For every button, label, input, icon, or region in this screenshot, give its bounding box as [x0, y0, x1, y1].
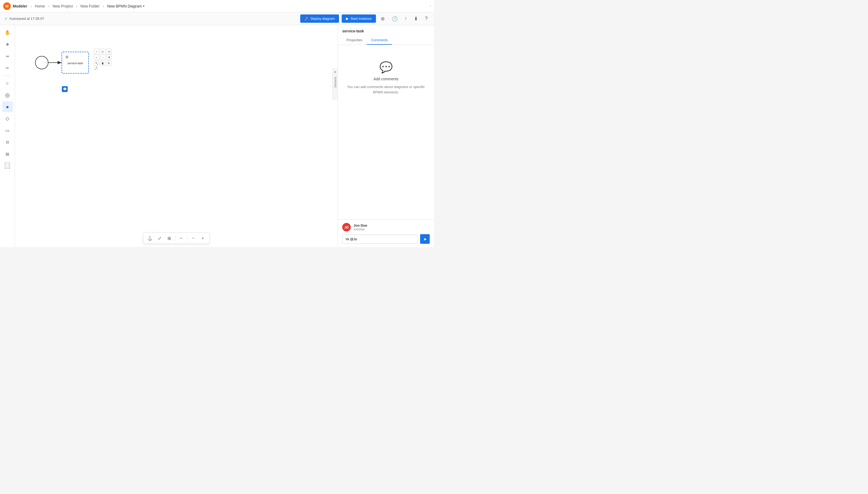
ctx-delete-btn[interactable]: 🗑 [100, 60, 105, 66]
ctx-event2-btn[interactable]: ○ [94, 55, 99, 60]
comment-icon: 💬 [63, 87, 67, 91]
history-button[interactable]: 🕐 [390, 15, 400, 23]
user-avatar: JD [342, 223, 351, 231]
user-handle: JonDoe [353, 227, 367, 231]
bottom-toolbar: ⚓ ⤢ ⊞ ↔ − + [143, 232, 210, 244]
circle-icon: ○ [6, 80, 9, 86]
zoom-out-btn[interactable]: − [189, 234, 197, 243]
download-button[interactable]: ⬇ [412, 15, 420, 23]
share-button[interactable]: ↑ [402, 15, 409, 22]
fit-btn[interactable]: ↔ [177, 234, 186, 243]
zoom-in-btn[interactable]: + [198, 234, 207, 243]
ctx-gateway-btn[interactable]: ◇ [100, 49, 105, 54]
download-icon: ⬇ [414, 16, 418, 22]
right-panel: service-task Properties Comments 💬 Add c… [338, 25, 434, 247]
grid-btn[interactable]: ⊞ [165, 234, 173, 243]
comments-body: 💬 Add comments You can add comments abou… [338, 45, 434, 220]
lasso-icon: ⬚ [5, 163, 10, 169]
ctx-wrench-btn[interactable]: 🔧 [94, 60, 99, 66]
move-tool-button[interactable]: ✥ [2, 39, 13, 50]
end-event-button[interactable]: ● [2, 101, 13, 112]
cluster-icon-button[interactable]: ⊛ [379, 15, 387, 23]
rect-icon: ▭ [5, 128, 9, 133]
empty-comments: 💬 Add comments You can add comments abou… [342, 50, 430, 106]
left-toolbar: ✋ ✥ ⇔ ✏ ○ ◎ ● ◇ ▭ ⊟ ▤ [0, 25, 15, 247]
breadcrumb-sep-1: › [31, 4, 32, 8]
toolbar-divider-1 [3, 75, 12, 76]
chevron-down-icon[interactable]: ▾ [143, 4, 144, 8]
svg-text:service-task: service-task [67, 61, 83, 65]
ctx-reuse-btn[interactable]: ↻ [106, 60, 112, 66]
task-button[interactable]: ▭ [2, 125, 13, 136]
check-icon: ✓ [4, 16, 8, 21]
main-area: ✋ ✥ ⇔ ✏ ○ ◎ ● ◇ ▭ ⊟ ▤ [0, 25, 434, 247]
send-comment-button[interactable]: ➤ [420, 234, 430, 244]
history-icon: 🕐 [392, 16, 398, 22]
breadcrumb-sep-4: › [103, 4, 104, 8]
user-name: Jon Doe [353, 224, 367, 227]
tab-properties[interactable]: Properties [342, 36, 367, 45]
tab-comments[interactable]: Comments [367, 36, 392, 45]
breadcrumb-sep-3: › [76, 4, 77, 8]
send-icon: ➤ [423, 236, 427, 242]
comment-anchor-badge[interactable]: 💬 [62, 86, 68, 92]
comment-input-area: JD Jon Doe JonDoe ➤ [338, 220, 434, 247]
breadcrumb-project[interactable]: New Project [53, 4, 73, 8]
breadcrumb-folder[interactable]: New Folder [80, 4, 100, 8]
bottom-divider [175, 235, 175, 241]
deploy-diagram-button[interactable]: 🚀 Deploy diagram [300, 15, 339, 23]
double-circle-icon: ◎ [5, 92, 9, 98]
element-title: service-task [342, 29, 430, 33]
comment-bubble-icon: 💬 [380, 61, 393, 74]
intermediate-event-button[interactable]: ◎ [2, 90, 13, 100]
lasso-button[interactable]: ⬚ [2, 160, 13, 171]
subprocess-button[interactable]: ⊟ [2, 137, 13, 148]
breadcrumb-current: New BPMN Diagram ▾ [107, 4, 144, 8]
anchor-bottom-btn[interactable]: ⚓ [146, 234, 154, 243]
subprocess-icon: ⊟ [6, 140, 9, 144]
help-button[interactable]: ? [423, 15, 430, 22]
canvas[interactable]: ⚙ service-task ○ ◇ ▭ ○ ··· ↺ 🔧 🗑 ↻ ╱ [15, 25, 338, 247]
move-icon: ✥ [6, 42, 9, 46]
start-instance-button[interactable]: ▶ Start instance [342, 15, 376, 23]
svg-point-0 [35, 56, 48, 69]
empty-comments-desc: You can add comments about diagrams or s… [347, 84, 425, 95]
comment-input-row: ➤ [342, 234, 430, 244]
deploy-icon: 🚀 [305, 17, 309, 21]
adapt-tool-button[interactable]: ⇔ [2, 51, 13, 61]
play-icon: ▶ [346, 17, 349, 21]
ctx-dots-btn[interactable]: ··· [100, 55, 105, 60]
tabs: Properties Comments [342, 36, 430, 45]
right-panel-header: service-task Properties Comments [338, 25, 434, 45]
breadcrumb-home[interactable]: Home [35, 4, 45, 8]
diamond-icon: ◇ [6, 116, 9, 121]
hamburger-icon: ≡ [334, 70, 336, 74]
ctx-more-btn[interactable]: ╱ [94, 66, 98, 70]
connect-icon: ⇔ [6, 54, 9, 58]
ctx-task-btn[interactable]: ▭ [106, 49, 112, 54]
share-icon: ↑ [405, 16, 407, 21]
gateway-button[interactable]: ◇ [2, 113, 13, 124]
hand-icon: ✋ [4, 30, 11, 36]
pool-button[interactable]: ▤ [2, 149, 13, 159]
help-icon: ? [425, 16, 428, 21]
fullscreen-btn[interactable]: ⤢ [155, 234, 164, 243]
details-panel-collapsed[interactable]: ≡ Details [332, 68, 338, 100]
edit-tool-button[interactable]: ✏ [2, 63, 13, 73]
cluster-icon: ⊛ [381, 16, 385, 22]
app-title: Modeler [13, 4, 27, 8]
bottom-divider-2 [187, 235, 187, 241]
topbar: M Modeler › Home › New Project › New Fol… [0, 0, 434, 12]
svg-text:⚙: ⚙ [65, 55, 69, 59]
comment-user: JD Jon Doe JonDoe [342, 223, 430, 231]
ctx-undo-btn[interactable]: ↺ [106, 55, 112, 60]
thick-circle-icon: ● [6, 104, 9, 110]
pool-icon: ▤ [6, 152, 9, 156]
hand-tool-button[interactable]: ✋ [2, 27, 13, 38]
ctx-event-btn[interactable]: ○ [94, 49, 99, 54]
edit-icon: ✏ [6, 66, 9, 70]
empty-comments-title: Add comments [373, 77, 399, 81]
start-event-button[interactable]: ○ [2, 78, 13, 89]
comment-input[interactable] [342, 235, 418, 244]
collapse-icon[interactable]: › [430, 4, 431, 8]
